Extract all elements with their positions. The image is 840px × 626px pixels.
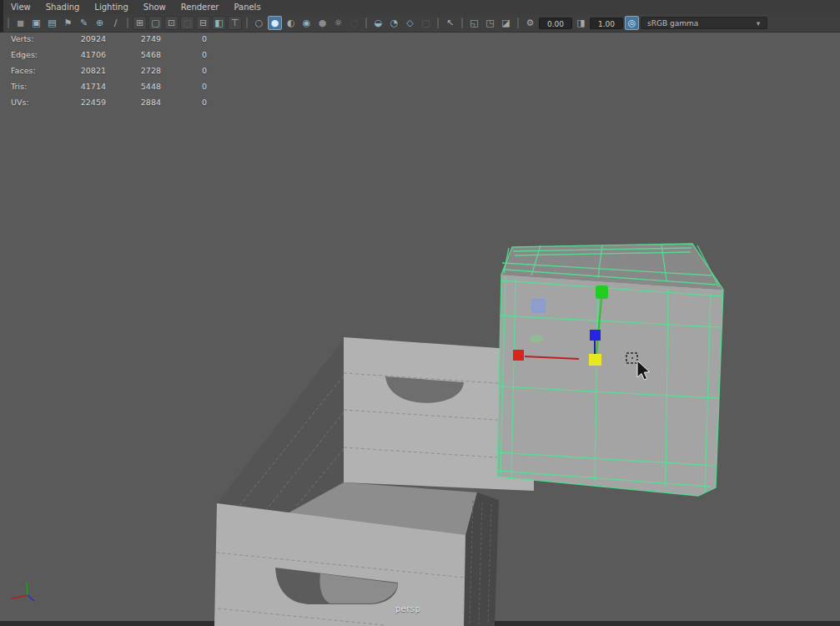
safe-title-icon[interactable]: ⊤ (228, 16, 242, 30)
hud-value: 0 (161, 34, 207, 43)
scale-view-handle[interactable] (530, 336, 543, 343)
hud-value: 41714 (54, 82, 106, 91)
hud-value: 5468 (106, 50, 161, 59)
hud-value: 41706 (54, 50, 106, 59)
axis-z (28, 595, 34, 601)
flat-lighting-icon[interactable]: ◌ (347, 16, 361, 30)
safe-action-icon[interactable]: ◧ (212, 16, 226, 30)
toolbar-separator (8, 18, 9, 28)
toolbar-separator (246, 18, 248, 28)
camera-attributes-icon[interactable]: ▣ (29, 16, 43, 30)
material-icon[interactable]: ◉ (299, 16, 314, 30)
hud-row-faces: Faces: 20821 2728 0 (11, 66, 207, 82)
hud-value: 2749 (106, 34, 161, 43)
gamma-step-icon[interactable]: ◨ (574, 16, 588, 30)
film-gate-icon[interactable]: ▢ (148, 16, 163, 30)
hud-value: 0 (161, 82, 207, 91)
hud-value: 20924 (54, 34, 106, 43)
snapshot-b-icon[interactable]: ◳ (483, 16, 497, 30)
hud-value: 0 (161, 50, 207, 59)
smooth-shade-icon[interactable]: ● (268, 16, 282, 30)
zoom-region-icon[interactable]: ◪ (499, 16, 513, 30)
toolbar-separator (517, 18, 519, 28)
scale-x-handle[interactable] (513, 350, 524, 361)
camera-label: persp (383, 604, 433, 613)
menu-lighting[interactable]: Lighting (87, 3, 135, 12)
menu-show[interactable]: Show (136, 3, 174, 12)
toolbar-separator (437, 18, 439, 28)
menu-shading[interactable]: Shading (38, 3, 88, 12)
scale-plane-handle[interactable] (532, 300, 545, 312)
hud-label: Faces: (11, 66, 54, 75)
textured-icon[interactable]: ◐ (284, 16, 298, 30)
panel-toolbar: ◼ ▣ ▤ ⚑ ✎ ⊕ ∕ ⊞ ▢ ⊡ ▢ ⊟ ◧ ⊤ ○ ● ◐ ◉ ● ☼ … (0, 14, 840, 33)
wireframe-icon[interactable]: ○ (252, 16, 266, 30)
bookmark-icon[interactable]: ⚑ (61, 16, 75, 30)
exposure-gear-icon[interactable]: ⚙ (523, 16, 537, 30)
hud-value: 2884 (106, 98, 161, 107)
exposure-field[interactable]: 0.00 (539, 18, 572, 29)
shadows-icon[interactable]: ◒ (371, 16, 385, 30)
hud-value: 0 (161, 66, 207, 75)
hud-value: 0 (161, 98, 207, 107)
hud-row-uvs: UVs: 22459 2884 0 (11, 98, 207, 114)
isolate-select-icon[interactable]: ↖ (443, 16, 457, 30)
cube-front-face (497, 275, 723, 496)
hud-label: Tris: (11, 82, 54, 91)
hud-value: 22459 (54, 98, 106, 107)
camera-bookmark-icon[interactable]: ▤ (45, 16, 59, 30)
resolution-gate-icon[interactable]: ⊡ (164, 16, 179, 30)
axis-y (27, 583, 28, 595)
menu-renderer[interactable]: Renderer (174, 3, 227, 12)
toolbar-separator (461, 18, 463, 28)
hud-value: 5448 (106, 82, 161, 91)
view-transform-label: sRGB gamma (641, 18, 750, 29)
view-transform-icon[interactable]: ◎ (625, 16, 639, 30)
toolbar-separator (127, 18, 128, 28)
hud-row-edges: Edges: 41706 5468 0 (11, 50, 207, 66)
view-transform-dropdown[interactable]: sRGB gamma ▾ (641, 17, 767, 29)
snapshot-a-icon[interactable]: ◱ (467, 16, 481, 30)
lights-icon[interactable]: ☼ (331, 16, 345, 30)
gamma-field[interactable]: 1.00 (590, 18, 623, 29)
axis-gizmo (12, 583, 34, 601)
scale-y-handle[interactable] (596, 285, 608, 299)
gate-mask-icon[interactable]: ▢ (180, 16, 194, 30)
panel-menu-bar: View Shading Lighting Show Renderer Pane… (0, 0, 840, 14)
hud-value: 20821 (54, 66, 106, 75)
field-chart-icon[interactable]: ⊟ (196, 16, 210, 30)
ao-icon[interactable]: ◔ (387, 16, 401, 30)
hud-row-tris: Tris: 41714 5448 0 (11, 82, 207, 98)
scale-center-handle[interactable] (589, 354, 601, 366)
hud-value: 2728 (106, 66, 161, 75)
poly-count-hud: Verts: 20924 2749 0 Edges: 41706 5468 0 … (11, 34, 207, 114)
hud-row-verts: Verts: 20924 2749 0 (11, 34, 207, 50)
scale-z-handle[interactable] (590, 330, 601, 341)
crate-object[interactable] (214, 337, 534, 626)
select-camera-icon[interactable]: ◼ (13, 16, 28, 30)
renderer-extra-icon[interactable]: ▢ (419, 16, 433, 30)
marker-icon[interactable]: ∕ (108, 16, 123, 30)
maya-viewport-panel: View Shading Lighting Show Renderer Pane… (0, 0, 840, 626)
hud-label: Verts: (11, 34, 54, 43)
quad-view-icon[interactable]: ⊞ (133, 16, 147, 30)
dropdown-arrow-icon: ▾ (750, 18, 767, 29)
menu-view[interactable]: View (3, 3, 38, 12)
hud-label: Edges: (11, 50, 54, 59)
menu-panels[interactable]: Panels (226, 3, 268, 12)
pivot-icon[interactable]: ⊕ (93, 16, 107, 30)
crate-left-wall (217, 339, 344, 514)
grease-pencil-icon[interactable]: ✎ (77, 16, 91, 30)
selected-cube-object[interactable] (497, 244, 723, 496)
motion-blur-icon[interactable]: ◇ (403, 16, 417, 30)
hud-label: UVs: (11, 98, 54, 107)
default-material-icon[interactable]: ● (315, 16, 329, 30)
axis-x (12, 595, 28, 598)
toolbar-separator (365, 18, 367, 28)
